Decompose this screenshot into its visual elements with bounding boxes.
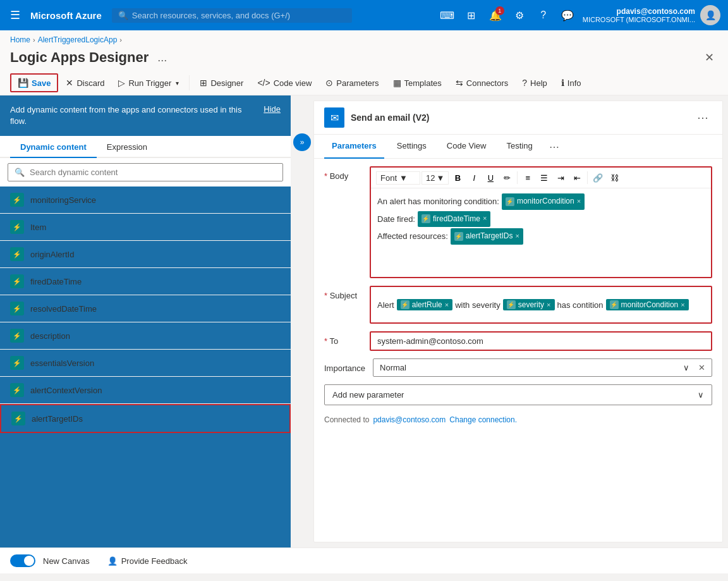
to-field[interactable]: system-admin@contoso.com [370, 331, 712, 351]
hide-button[interactable]: Hide [264, 104, 281, 114]
provide-feedback-button[interactable]: 👤 Provide Feedback [107, 556, 188, 566]
tab-code-view[interactable]: Code View [439, 135, 494, 159]
dynamic-search-box[interactable]: 🔍 [8, 163, 283, 181]
breadcrumb-home[interactable]: Home [10, 35, 30, 44]
chip-alerttargetids-body[interactable]: ⚡ alertTargetIDs × [451, 228, 523, 245]
parameters-button[interactable]: ⊙ Parameters [319, 75, 385, 91]
help-icon[interactable]: ? [532, 4, 555, 27]
terminal-icon[interactable]: ⌨ [436, 4, 459, 27]
connection-label: Connected to [324, 415, 369, 424]
rte-outdent-button[interactable]: ⇤ [569, 170, 585, 185]
rte-body[interactable]: An alert has monitoring condition: ⚡ mon… [371, 188, 711, 277]
help-button[interactable]: ? Help [516, 75, 554, 91]
discard-button[interactable]: ✕ Discard [59, 75, 111, 91]
tabs-more-button[interactable]: ⋯ [545, 135, 563, 158]
list-item-description[interactable]: ⚡ description [0, 322, 291, 350]
tab-testing[interactable]: Testing [499, 135, 540, 159]
global-search-box[interactable]: 🔍 [112, 8, 352, 23]
chip-close-monitorcondition-subject[interactable]: × [681, 301, 684, 309]
rte-underline-button[interactable]: U [483, 170, 498, 185]
chip-close-fireddatetime[interactable]: × [483, 212, 487, 225]
new-canvas-label: New Canvas [43, 556, 90, 566]
designer-button[interactable]: ⊞ Designer [193, 75, 250, 91]
tab-dynamic-content[interactable]: Dynamic content [10, 136, 97, 158]
save-icon: 💾 [18, 78, 28, 88]
add-parameter-row[interactable]: Add new parameter ∨ [324, 384, 712, 405]
importance-close-button[interactable]: ✕ [698, 363, 705, 372]
rte-font-select[interactable]: Font ▼ [376, 171, 420, 185]
list-item-alertcontextversion[interactable]: ⚡ alertContextVersion [0, 377, 291, 404]
tab-settings[interactable]: Settings [389, 135, 434, 159]
item-icon-alertcontextversion: ⚡ [10, 383, 24, 397]
chip-fireddatetime-body[interactable]: ⚡ firedDateTime × [418, 211, 490, 228]
list-item-essentialsversion[interactable]: ⚡ essentialsVersion [0, 350, 291, 377]
list-item-item[interactable]: ⚡ Item [0, 214, 291, 241]
rte-ordered-list-button[interactable]: ≡ [520, 170, 535, 185]
item-icon-fireddatetime: ⚡ [10, 274, 24, 288]
item-icon-essentialsversion: ⚡ [10, 356, 24, 370]
search-input[interactable] [132, 11, 346, 20]
top-navigation-bar: ☰ Microsoft Azure 🔍 ⌨ ⊞ 🔔 1 ⚙ ? 💬 pdavis… [0, 0, 728, 30]
portal-icon[interactable]: ⊞ [460, 4, 483, 27]
tab-parameters[interactable]: Parameters [324, 135, 384, 159]
expand-panel-button[interactable]: » [293, 133, 311, 151]
chip-monitorcondition-body[interactable]: ⚡ monitorCondition × [502, 193, 585, 210]
connectors-button[interactable]: ⇆ Connectors [449, 75, 514, 91]
connection-value[interactable]: pdavis@contoso.com [373, 415, 446, 424]
tab-expression[interactable]: Expression [97, 136, 157, 158]
new-canvas-toggle[interactable] [10, 554, 35, 567]
page-more-button[interactable]: ... [154, 50, 171, 66]
settings-icon[interactable]: ⚙ [508, 4, 531, 27]
rte-unlink-button[interactable]: ⛓ [607, 170, 622, 185]
code-view-button[interactable]: </> Code view [251, 75, 318, 91]
chip-close-monitorcondition[interactable]: × [577, 195, 581, 208]
templates-button[interactable]: ▦ Templates [387, 75, 448, 91]
save-button[interactable]: 💾 Save [10, 73, 58, 92]
list-item-alerttargetids[interactable]: ⚡ alertTargetIDs [0, 404, 291, 433]
rte-size-select[interactable]: 12 ▼ [422, 171, 449, 185]
chip-close-alertrule[interactable]: × [445, 301, 449, 309]
rte-font-dropdown-icon: ▼ [399, 173, 408, 183]
hamburger-menu-icon[interactable]: ☰ [8, 6, 23, 25]
connectors-icon: ⇆ [456, 78, 463, 88]
feedback-icon[interactable]: 💬 [556, 4, 579, 27]
info-button[interactable]: ℹ Info [555, 75, 588, 91]
rte-link-button[interactable]: 🔗 [590, 170, 605, 185]
breadcrumb-separator-2: › [119, 36, 122, 44]
run-trigger-button[interactable]: ▷ Run Trigger ▾ [112, 75, 185, 91]
chip-alertrule[interactable]: ⚡ alertRule × [397, 299, 452, 310]
toggle-track[interactable] [10, 554, 35, 567]
to-value: system-admin@contoso.com [377, 336, 483, 346]
importance-select[interactable]: Normal ∨ ✕ [373, 358, 712, 377]
rte-size-value: 12 [426, 173, 435, 183]
chip-close-alerttargetids[interactable]: × [515, 230, 519, 243]
chip-monitorcondition-subject[interactable]: ⚡ monitorCondition × [606, 299, 689, 310]
breadcrumb-alert[interactable]: AlertTriggeredLogicApp [38, 35, 118, 44]
rte-italic-button[interactable]: I [466, 170, 482, 185]
rte-unordered-list-button[interactable]: ☰ [537, 170, 552, 185]
notifications-icon[interactable]: 🔔 1 [484, 4, 507, 27]
user-avatar[interactable]: 👤 [700, 5, 720, 25]
change-connection-link[interactable]: Change connection. [449, 415, 517, 424]
rte-pen-button[interactable]: ✏ [499, 170, 514, 185]
rte-indent-button[interactable]: ⇥ [553, 170, 568, 185]
chip-close-severity[interactable]: × [547, 301, 550, 309]
list-item-originalertid[interactable]: ⚡ originAlertId [0, 241, 291, 268]
page-close-button[interactable]: ✕ [701, 49, 718, 66]
email-more-button[interactable]: ⋯ [693, 109, 712, 126]
templates-icon: ▦ [393, 78, 401, 88]
list-item-monitoringservice[interactable]: ⚡ monitoringService [0, 187, 291, 214]
toolbar-separator-1 [189, 75, 190, 90]
dynamic-search-input[interactable] [30, 168, 276, 177]
feedback-person-icon: 👤 [107, 556, 118, 566]
rte-text-datefired: Date fired: [377, 212, 415, 226]
list-item-resolveddatetime[interactable]: ⚡ resolvedDateTime [0, 295, 291, 322]
body-rich-text-editor[interactable]: Font ▼ 12 ▼ B I U ✏ ≡ ☰ [370, 166, 712, 278]
top-bar-icon-group: ⌨ ⊞ 🔔 1 ⚙ ? 💬 pdavis@contoso.com MICROSO… [436, 4, 720, 27]
rte-bold-button[interactable]: B [450, 170, 465, 185]
designer-toolbar: 💾 Save ✕ Discard ▷ Run Trigger ▾ ⊞ Desig… [0, 71, 728, 95]
list-item-fireddatetime[interactable]: ⚡ firedDateTime [0, 268, 291, 295]
subject-field[interactable]: Alert ⚡ alertRule × with severity ⚡ seve… [370, 286, 712, 324]
chip-severity[interactable]: ⚡ severity × [503, 299, 555, 310]
item-icon-alerttargetids: ⚡ [11, 412, 25, 425]
